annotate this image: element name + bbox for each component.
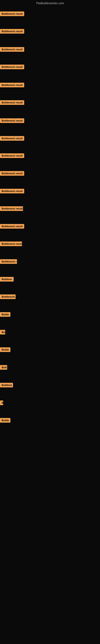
badge-container-12: Bottleneck result bbox=[0, 206, 23, 212]
bottleneck-badge-2[interactable]: Bottleneck result bbox=[0, 29, 24, 34]
bottleneck-badge-16[interactable]: Bottlene bbox=[0, 277, 14, 282]
bottleneck-badge-17[interactable]: Bottleneck bbox=[0, 294, 16, 299]
bottleneck-badge-13[interactable]: Bottleneck result bbox=[0, 224, 24, 228]
bottleneck-badge-14[interactable]: Bottleneck result bbox=[0, 242, 22, 246]
badge-container-15: Bottleneck r bbox=[0, 259, 17, 265]
bottleneck-badge-1[interactable]: Bottleneck result bbox=[0, 12, 24, 16]
badge-container-21: Bott bbox=[0, 365, 7, 370]
badge-container-4: Bottleneck result bbox=[0, 64, 24, 70]
badge-container-19: Bo bbox=[0, 330, 5, 335]
badge-container-24: Bottle bbox=[0, 418, 10, 424]
badge-container-11: Bottleneck result bbox=[0, 189, 24, 194]
bottleneck-badge-6[interactable]: Bottleneck result bbox=[0, 100, 24, 105]
badge-container-22: Bottlene bbox=[0, 383, 13, 388]
badge-container-14: Bottleneck result bbox=[0, 242, 22, 247]
badge-container-1: Bottleneck result bbox=[0, 12, 24, 17]
bottleneck-badge-24[interactable]: Bottle bbox=[0, 418, 10, 422]
badge-container-9: Bottleneck result bbox=[0, 153, 24, 159]
badge-container-6: Bottleneck result bbox=[0, 100, 24, 106]
bottleneck-badge-7[interactable]: Bottleneck result bbox=[0, 118, 24, 123]
bottleneck-badge-12[interactable]: Bottleneck result bbox=[0, 206, 23, 211]
badge-container-20: Bottle bbox=[0, 347, 10, 353]
bottleneck-badge-10[interactable]: Bottleneck result bbox=[0, 171, 24, 176]
bottleneck-badge-20[interactable]: Bottle bbox=[0, 347, 10, 352]
bottleneck-badge-15[interactable]: Bottleneck r bbox=[0, 259, 17, 264]
badge-container-2: Bottleneck result bbox=[0, 29, 24, 34]
bottleneck-badge-8[interactable]: Bottleneck result bbox=[0, 136, 24, 141]
bottleneck-badge-5[interactable]: Bottleneck result bbox=[0, 83, 24, 87]
bottleneck-badge-9[interactable]: Bottleneck result bbox=[0, 153, 24, 158]
badge-container-5: Bottleneck result bbox=[0, 83, 24, 88]
badge-container-8: Bottleneck result bbox=[0, 136, 24, 142]
bottleneck-badge-3[interactable]: Bottleneck result bbox=[0, 47, 24, 52]
bottleneck-badge-11[interactable]: Bottleneck result bbox=[0, 189, 24, 194]
bottleneck-badge-19[interactable]: Bo bbox=[0, 330, 5, 334]
bottleneck-badge-21[interactable]: Bott bbox=[0, 365, 7, 370]
site-title: TheBottlenecker.com bbox=[0, 0, 100, 6]
badge-container-23: B bbox=[0, 400, 3, 406]
badge-container-10: Bottleneck result bbox=[0, 171, 24, 176]
badge-container-16: Bottlene bbox=[0, 277, 14, 282]
badge-container-17: Bottleneck bbox=[0, 294, 16, 300]
badge-container-7: Bottleneck result bbox=[0, 118, 24, 124]
badge-container-3: Bottleneck result bbox=[0, 47, 24, 52]
badge-container-18: Bottle bbox=[0, 312, 10, 318]
bottleneck-badge-22[interactable]: Bottlene bbox=[0, 383, 13, 388]
bottleneck-badge-23[interactable]: B bbox=[0, 400, 3, 405]
badge-container-13: Bottleneck result bbox=[0, 224, 24, 230]
bottleneck-badge-18[interactable]: Bottle bbox=[0, 312, 10, 317]
bottleneck-badge-4[interactable]: Bottleneck result bbox=[0, 64, 24, 69]
